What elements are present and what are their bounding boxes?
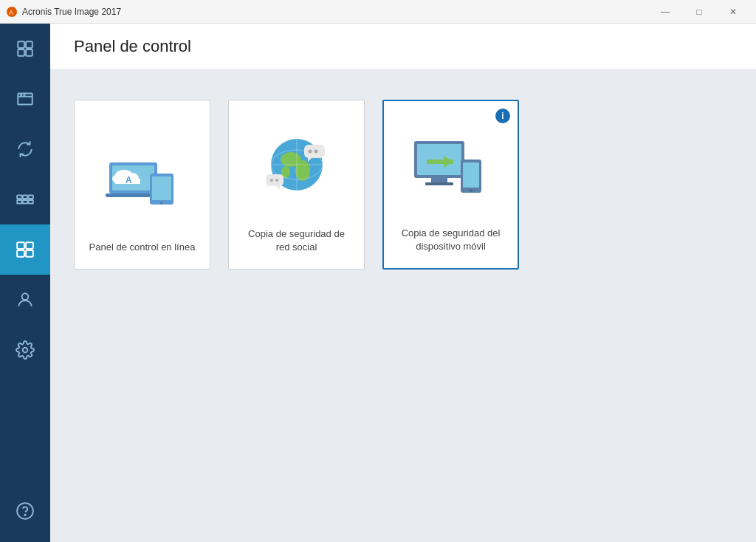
sidebar-item-backup[interactable] [0, 74, 50, 124]
sidebar-item-control-panel[interactable] [0, 224, 50, 275]
page-title: Panel de control [74, 37, 732, 56]
svg-point-45 [314, 149, 317, 153]
svg-rect-18 [17, 250, 24, 257]
title-bar-left: A Acronis True Image 2017 [6, 6, 121, 18]
card-label-3: Copia de seguridad del dispositivo móvil [396, 227, 506, 253]
app-title: Acronis True Image 2017 [22, 7, 121, 17]
close-button[interactable]: ✕ [716, 0, 750, 24]
svg-rect-12 [23, 196, 28, 199]
sync-icon [16, 140, 35, 159]
svg-rect-54 [425, 182, 453, 185]
settings-icon [16, 340, 35, 360]
svg-rect-33 [152, 176, 171, 200]
svg-point-20 [22, 293, 29, 300]
title-bar: A Acronis True Image 2017 — □ ✕ [0, 0, 756, 24]
card-icon-area-2 [241, 118, 352, 216]
svg-rect-14 [28, 196, 33, 199]
main-panel: Panel de control [50, 24, 756, 542]
content-area: A Panel de control en línea [50, 70, 756, 542]
svg-rect-16 [17, 242, 24, 249]
help-icon [16, 501, 35, 521]
sidebar-item-help[interactable] [0, 486, 50, 536]
maximize-button[interactable]: □ [682, 0, 716, 24]
backup-icon [16, 89, 35, 109]
cloud-acronis-icon: A [102, 140, 183, 207]
sidebar-item-dashboard[interactable] [0, 24, 50, 74]
svg-rect-5 [26, 49, 32, 56]
card-label-2: Copia de seguridad de red social [241, 227, 352, 254]
card-label-1: Panel de control en línea [89, 241, 196, 254]
svg-rect-47 [266, 174, 284, 186]
svg-point-49 [270, 179, 273, 182]
card-online-control-panel[interactable]: A Panel de control en línea [74, 100, 210, 270]
svg-rect-3 [26, 41, 32, 48]
card-social-backup[interactable]: Copia de seguridad de red social [228, 100, 365, 270]
svg-point-34 [160, 202, 163, 205]
info-badge: i [495, 109, 510, 123]
minimize-button[interactable]: — [648, 0, 682, 24]
control-panel-icon [16, 240, 35, 259]
svg-point-57 [470, 189, 472, 192]
sidebar-item-account[interactable] [0, 275, 50, 325]
dashboard-icon [16, 39, 35, 58]
svg-rect-11 [17, 200, 22, 203]
svg-rect-56 [463, 162, 479, 188]
svg-marker-48 [276, 186, 280, 190]
sidebar-item-sync[interactable] [0, 124, 50, 174]
svg-text:A: A [126, 175, 132, 185]
svg-rect-59 [427, 159, 453, 164]
app-body: Panel de control [0, 24, 756, 542]
card-icon-area-3 [396, 119, 506, 215]
card-icon-area-1: A [86, 118, 198, 229]
page-header: Panel de control [50, 24, 756, 70]
svg-point-21 [23, 348, 28, 353]
globe-icon [260, 134, 334, 200]
svg-rect-19 [26, 250, 33, 257]
svg-rect-2 [18, 41, 24, 48]
sidebar [0, 24, 50, 542]
sidebar-item-settings[interactable] [0, 325, 50, 375]
svg-rect-15 [28, 200, 33, 203]
tools-icon [16, 190, 35, 209]
svg-text:A: A [9, 9, 13, 16]
svg-point-44 [308, 149, 312, 153]
svg-rect-4 [18, 49, 24, 56]
svg-rect-17 [26, 242, 33, 249]
app-icon: A [6, 6, 18, 18]
svg-rect-10 [17, 196, 22, 199]
svg-point-50 [275, 179, 278, 182]
svg-point-22 [17, 503, 33, 519]
card-mobile-backup[interactable]: i [382, 100, 519, 270]
mobile-backup-icon [410, 134, 492, 200]
sidebar-item-tools[interactable] [0, 174, 50, 224]
svg-rect-13 [23, 200, 28, 203]
svg-rect-53 [431, 178, 447, 182]
account-icon [16, 290, 35, 309]
title-bar-controls: — □ ✕ [648, 0, 750, 24]
